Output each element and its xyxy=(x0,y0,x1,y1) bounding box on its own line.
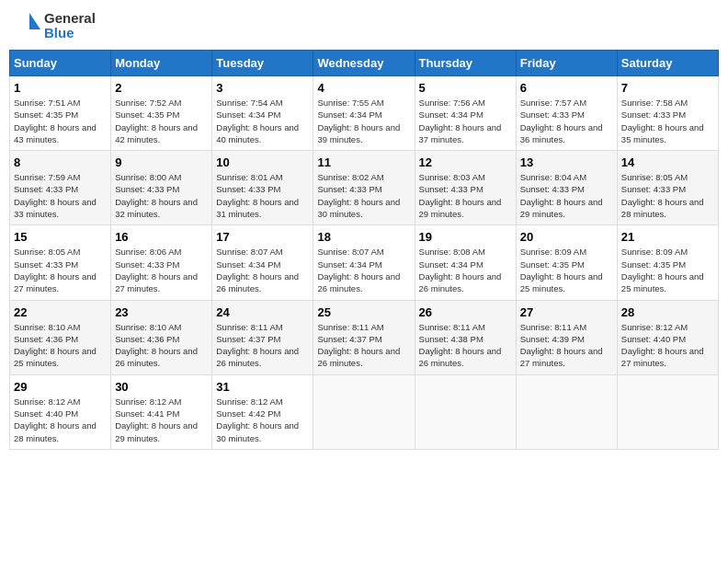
day-info: Sunrise: 8:04 AM Sunset: 4:33 PM Dayligh… xyxy=(520,171,613,220)
day-number: 7 xyxy=(621,81,714,95)
day-info: Sunrise: 8:02 AM Sunset: 4:33 PM Dayligh… xyxy=(317,171,410,220)
weekday-header-monday: Monday xyxy=(111,51,212,76)
day-number: 14 xyxy=(621,155,714,169)
day-info: Sunrise: 7:59 AM Sunset: 4:33 PM Dayligh… xyxy=(14,171,107,220)
calendar-cell: 23 Sunrise: 8:10 AM Sunset: 4:36 PM Dayl… xyxy=(111,300,212,374)
calendar-cell: 1 Sunrise: 7:51 AM Sunset: 4:35 PM Dayli… xyxy=(10,76,111,151)
calendar-cell: 5 Sunrise: 7:56 AM Sunset: 4:34 PM Dayli… xyxy=(415,76,516,151)
calendar-cell xyxy=(516,374,617,449)
day-number: 30 xyxy=(115,380,208,394)
calendar: SundayMondayTuesdayWednesdayThursdayFrid… xyxy=(9,50,719,450)
calendar-cell: 20 Sunrise: 8:09 AM Sunset: 4:35 PM Dayl… xyxy=(516,225,617,300)
day-number: 1 xyxy=(14,81,107,95)
day-info: Sunrise: 7:55 AM Sunset: 4:34 PM Dayligh… xyxy=(317,97,410,145)
day-info: Sunrise: 8:11 AM Sunset: 4:37 PM Dayligh… xyxy=(216,321,309,370)
calendar-cell: 22 Sunrise: 8:10 AM Sunset: 4:36 PM Dayl… xyxy=(10,300,111,374)
day-info: Sunrise: 8:01 AM Sunset: 4:33 PM Dayligh… xyxy=(216,171,309,220)
calendar-cell: 26 Sunrise: 8:11 AM Sunset: 4:38 PM Dayl… xyxy=(415,300,516,374)
day-info: Sunrise: 8:07 AM Sunset: 4:34 PM Dayligh… xyxy=(317,246,410,294)
weekday-header-wednesday: Wednesday xyxy=(313,51,415,76)
calendar-cell: 4 Sunrise: 7:55 AM Sunset: 4:34 PM Dayli… xyxy=(313,76,415,151)
calendar-cell: 15 Sunrise: 8:05 AM Sunset: 4:33 PM Dayl… xyxy=(10,225,111,300)
day-info: Sunrise: 8:12 AM Sunset: 4:40 PM Dayligh… xyxy=(14,396,107,444)
svg-marker-0 xyxy=(29,13,40,29)
day-info: Sunrise: 7:58 AM Sunset: 4:33 PM Dayligh… xyxy=(621,97,714,145)
day-info: Sunrise: 8:07 AM Sunset: 4:34 PM Dayligh… xyxy=(216,246,309,294)
day-info: Sunrise: 8:10 AM Sunset: 4:36 PM Dayligh… xyxy=(14,321,107,370)
day-info: Sunrise: 8:09 AM Sunset: 4:35 PM Dayligh… xyxy=(621,246,714,294)
day-number: 6 xyxy=(520,81,613,95)
calendar-cell: 3 Sunrise: 7:54 AM Sunset: 4:34 PM Dayli… xyxy=(212,76,313,151)
calendar-cell: 13 Sunrise: 8:04 AM Sunset: 4:33 PM Dayl… xyxy=(516,151,617,225)
calendar-cell: 10 Sunrise: 8:01 AM Sunset: 4:33 PM Dayl… xyxy=(212,151,313,225)
day-info: Sunrise: 7:51 AM Sunset: 4:35 PM Dayligh… xyxy=(14,97,107,145)
day-info: Sunrise: 8:00 AM Sunset: 4:33 PM Dayligh… xyxy=(115,171,208,220)
day-number: 4 xyxy=(317,81,410,95)
calendar-cell: 2 Sunrise: 7:52 AM Sunset: 4:35 PM Dayli… xyxy=(111,76,212,151)
day-info: Sunrise: 8:10 AM Sunset: 4:36 PM Dayligh… xyxy=(115,321,208,370)
day-number: 28 xyxy=(621,305,714,319)
day-number: 13 xyxy=(520,155,613,169)
header: General Blue xyxy=(9,9,719,42)
day-info: Sunrise: 8:11 AM Sunset: 4:38 PM Dayligh… xyxy=(419,321,512,370)
weekday-header-thursday: Thursday xyxy=(415,51,516,76)
calendar-cell xyxy=(617,374,718,449)
day-number: 23 xyxy=(115,305,208,319)
weekday-header-saturday: Saturday xyxy=(617,51,718,76)
calendar-cell: 24 Sunrise: 8:11 AM Sunset: 4:37 PM Dayl… xyxy=(212,300,313,374)
day-info: Sunrise: 8:05 AM Sunset: 4:33 PM Dayligh… xyxy=(621,171,714,220)
calendar-cell: 14 Sunrise: 8:05 AM Sunset: 4:33 PM Dayl… xyxy=(617,151,718,225)
logo-svg xyxy=(9,9,42,42)
day-number: 25 xyxy=(317,305,410,319)
day-number: 12 xyxy=(419,155,512,169)
day-info: Sunrise: 8:12 AM Sunset: 4:42 PM Dayligh… xyxy=(216,396,309,444)
day-info: Sunrise: 7:54 AM Sunset: 4:34 PM Dayligh… xyxy=(216,97,309,145)
calendar-cell xyxy=(313,374,415,449)
calendar-cell: 7 Sunrise: 7:58 AM Sunset: 4:33 PM Dayli… xyxy=(617,76,718,151)
calendar-cell: 25 Sunrise: 8:11 AM Sunset: 4:37 PM Dayl… xyxy=(313,300,415,374)
weekday-header-friday: Friday xyxy=(516,51,617,76)
logo-text: General Blue xyxy=(44,11,96,41)
calendar-cell: 12 Sunrise: 8:03 AM Sunset: 4:33 PM Dayl… xyxy=(415,151,516,225)
calendar-cell: 27 Sunrise: 8:11 AM Sunset: 4:39 PM Dayl… xyxy=(516,300,617,374)
day-number: 26 xyxy=(419,305,512,319)
day-number: 29 xyxy=(14,380,107,394)
day-info: Sunrise: 8:08 AM Sunset: 4:34 PM Dayligh… xyxy=(419,246,512,294)
day-number: 21 xyxy=(621,230,714,244)
day-info: Sunrise: 8:11 AM Sunset: 4:37 PM Dayligh… xyxy=(317,321,410,370)
day-info: Sunrise: 7:56 AM Sunset: 4:34 PM Dayligh… xyxy=(419,97,512,145)
calendar-cell: 8 Sunrise: 7:59 AM Sunset: 4:33 PM Dayli… xyxy=(10,151,111,225)
calendar-cell: 31 Sunrise: 8:12 AM Sunset: 4:42 PM Dayl… xyxy=(212,374,313,449)
weekday-header-sunday: Sunday xyxy=(10,51,111,76)
day-info: Sunrise: 8:09 AM Sunset: 4:35 PM Dayligh… xyxy=(520,246,613,294)
day-info: Sunrise: 8:05 AM Sunset: 4:33 PM Dayligh… xyxy=(14,246,107,294)
day-number: 11 xyxy=(317,155,410,169)
day-number: 17 xyxy=(216,230,309,244)
weekday-header-tuesday: Tuesday xyxy=(212,51,313,76)
calendar-cell: 17 Sunrise: 8:07 AM Sunset: 4:34 PM Dayl… xyxy=(212,225,313,300)
calendar-cell: 21 Sunrise: 8:09 AM Sunset: 4:35 PM Dayl… xyxy=(617,225,718,300)
calendar-cell: 6 Sunrise: 7:57 AM Sunset: 4:33 PM Dayli… xyxy=(516,76,617,151)
calendar-cell: 11 Sunrise: 8:02 AM Sunset: 4:33 PM Dayl… xyxy=(313,151,415,225)
day-number: 31 xyxy=(216,380,309,394)
day-number: 8 xyxy=(14,155,107,169)
day-number: 22 xyxy=(14,305,107,319)
day-info: Sunrise: 8:03 AM Sunset: 4:33 PM Dayligh… xyxy=(419,171,512,220)
calendar-cell: 16 Sunrise: 8:06 AM Sunset: 4:33 PM Dayl… xyxy=(111,225,212,300)
day-number: 9 xyxy=(115,155,208,169)
day-info: Sunrise: 8:11 AM Sunset: 4:39 PM Dayligh… xyxy=(520,321,613,370)
day-number: 10 xyxy=(216,155,309,169)
day-number: 3 xyxy=(216,81,309,95)
day-info: Sunrise: 8:12 AM Sunset: 4:41 PM Dayligh… xyxy=(115,396,208,444)
calendar-cell: 19 Sunrise: 8:08 AM Sunset: 4:34 PM Dayl… xyxy=(415,225,516,300)
calendar-cell: 9 Sunrise: 8:00 AM Sunset: 4:33 PM Dayli… xyxy=(111,151,212,225)
day-number: 27 xyxy=(520,305,613,319)
day-info: Sunrise: 8:06 AM Sunset: 4:33 PM Dayligh… xyxy=(115,246,208,294)
day-number: 19 xyxy=(419,230,512,244)
day-number: 18 xyxy=(317,230,410,244)
day-number: 15 xyxy=(14,230,107,244)
day-number: 20 xyxy=(520,230,613,244)
calendar-cell xyxy=(415,374,516,449)
logo: General Blue xyxy=(9,9,96,42)
day-info: Sunrise: 8:12 AM Sunset: 4:40 PM Dayligh… xyxy=(621,321,714,370)
